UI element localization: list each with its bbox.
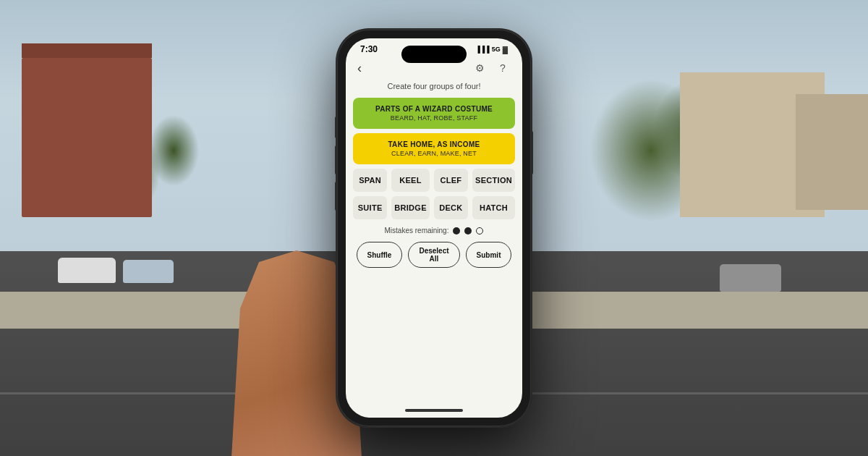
mistakes-row: Mistakes remaining: xyxy=(346,227,522,235)
mute-button xyxy=(335,117,337,138)
solved-row-yellow: TAKE HOME, AS INCOME CLEAR, EARN, MAKE, … xyxy=(353,133,515,164)
phone-wrapper: 7:30 ▐▐▐ 5G ▓ ‹ ⚙ ? Create four groups o… xyxy=(337,30,531,426)
dynamic-island xyxy=(401,46,467,63)
word-cell-span[interactable]: SPAN xyxy=(353,169,387,192)
word-cell-deck[interactable]: DECK xyxy=(434,196,468,219)
phone-device: 7:30 ▐▐▐ 5G ▓ ‹ ⚙ ? Create four groups o… xyxy=(337,30,531,426)
bg-building-left xyxy=(22,58,152,217)
solved-row-green: PARTS OF A WIZARD COSTUME BEARD, HAT, RO… xyxy=(353,98,515,129)
bg-building-right2 xyxy=(796,94,868,210)
submit-button[interactable]: Submit xyxy=(466,242,512,268)
status-time: 7:30 xyxy=(360,44,378,54)
settings-icon[interactable]: ⚙ xyxy=(472,60,488,76)
solved-row-yellow-title: TAKE HOME, AS INCOME xyxy=(362,140,506,148)
header-icons: ⚙ ? xyxy=(472,60,511,76)
network-type: 5G xyxy=(492,46,501,53)
mistake-dot-2 xyxy=(464,227,472,235)
shuffle-button[interactable]: Shuffle xyxy=(357,242,403,268)
phone-screen: 7:30 ▐▐▐ 5G ▓ ‹ ⚙ ? Create four groups o… xyxy=(346,38,522,418)
instruction-text: Create four groups of four! xyxy=(346,82,522,90)
signal-icon: ▐▐▐ xyxy=(476,46,490,53)
solved-row-green-words: BEARD, HAT, ROBE, STAFF xyxy=(362,114,506,122)
help-icon[interactable]: ? xyxy=(495,60,511,76)
solved-row-green-title: PARTS OF A WIZARD COSTUME xyxy=(362,105,506,113)
volume-up-button xyxy=(335,145,337,174)
bg-car-2 xyxy=(123,260,174,283)
mistake-dot-1 xyxy=(453,227,460,235)
status-icons: ▐▐▐ 5G ▓ xyxy=(476,46,508,54)
mistake-dot-3 xyxy=(476,227,483,235)
bg-car-1 xyxy=(58,258,116,283)
deselect-all-button[interactable]: Deselect All xyxy=(408,242,459,268)
back-button[interactable]: ‹ xyxy=(357,61,362,76)
home-indicator xyxy=(405,409,463,412)
battery-icon: ▓ xyxy=(503,46,508,54)
action-buttons: Shuffle Deselect All Submit xyxy=(346,242,522,268)
mistakes-label: Mistakes remaining: xyxy=(385,227,449,235)
word-cell-suite[interactable]: SUITE xyxy=(353,196,387,219)
volume-down-button xyxy=(335,182,337,211)
word-cell-clef[interactable]: CLEF xyxy=(434,169,468,192)
word-cell-hatch[interactable]: HATCH xyxy=(472,196,515,219)
word-cell-section[interactable]: SECTION xyxy=(472,169,515,192)
word-cell-keel[interactable]: KEEL xyxy=(391,169,430,192)
word-grid: SPAN KEEL CLEF SECTION SUITE BRIDGE DECK… xyxy=(346,169,522,219)
bg-car-3 xyxy=(720,264,781,292)
word-cell-bridge[interactable]: BRIDGE xyxy=(391,196,430,219)
power-button xyxy=(531,131,533,174)
solved-row-yellow-words: CLEAR, EARN, MAKE, NET xyxy=(362,150,506,157)
